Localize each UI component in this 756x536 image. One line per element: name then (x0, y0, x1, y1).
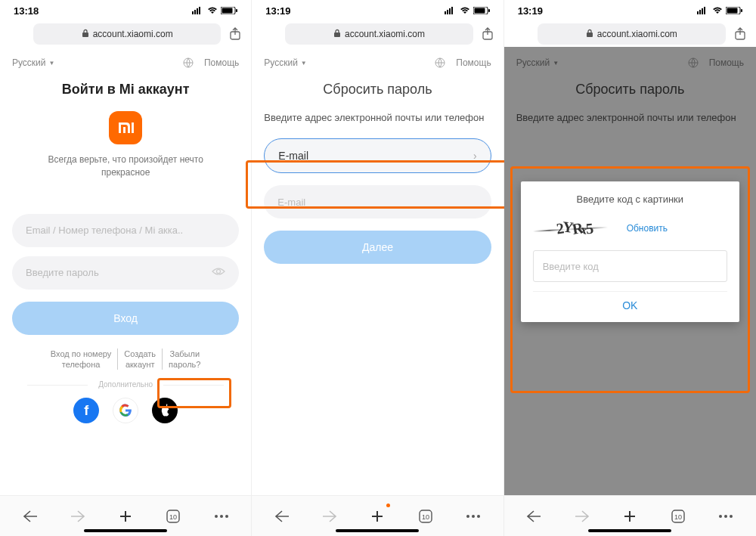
url-text: account.xiaomi.com (345, 29, 425, 39)
create-account-link[interactable]: Создатьаккаунт (118, 349, 163, 370)
menu-button[interactable] (711, 502, 740, 531)
svg-point-15 (225, 515, 228, 518)
lock-icon (333, 29, 341, 40)
google-icon[interactable] (113, 398, 138, 423)
battery-icon (726, 5, 742, 17)
mi-logo (109, 111, 142, 144)
login-input[interactable]: Email / Номер телефона / Mi акка.. (12, 214, 239, 247)
wifi-icon (460, 5, 470, 17)
lock-icon (82, 29, 89, 40)
address-bar: AA account.xiaomi.com (252, 21, 503, 47)
method-selector[interactable]: E-mail › (264, 138, 491, 173)
svg-point-45 (730, 515, 733, 518)
screen-captcha: 13:19 AA account.xiaomi.com Русский ▼ (504, 0, 756, 536)
globe-icon[interactable] (183, 57, 194, 68)
status-icons (697, 5, 742, 17)
url-field[interactable]: account.xiaomi.com (33, 23, 221, 45)
svg-point-10 (217, 270, 221, 274)
svg-rect-21 (474, 8, 485, 13)
svg-rect-33 (702, 8, 703, 14)
address-bar: AA account.xiaomi.com (0, 21, 251, 47)
method-label: E-mail (278, 150, 308, 162)
svg-rect-31 (697, 11, 699, 14)
language-selector[interactable]: Русский ▼ (12, 57, 54, 68)
language-label: Русский (264, 57, 298, 68)
login-button[interactable]: Вход (12, 302, 239, 335)
status-bar: 13:19 (504, 0, 756, 21)
share-button[interactable] (479, 26, 496, 42)
email-input[interactable]: E-mail (264, 185, 491, 218)
share-button[interactable] (227, 26, 243, 42)
content-area: Русский ▼ Помощь Войти в Mi аккаунт Всег… (0, 47, 251, 495)
menu-button[interactable] (207, 502, 236, 531)
email-placeholder: E-mail (277, 197, 305, 208)
svg-text:10: 10 (169, 513, 177, 521)
language-selector[interactable]: Русский ▼ (264, 57, 306, 68)
svg-rect-34 (704, 7, 705, 14)
back-button[interactable] (519, 502, 548, 531)
help-link[interactable]: Помощь (456, 57, 491, 68)
login-placeholder: Email / Номер телефона / Mi акка.. (26, 225, 183, 236)
url-field[interactable]: account.xiaomi.com (285, 23, 472, 45)
svg-rect-23 (334, 33, 340, 37)
home-indicator (336, 529, 419, 532)
svg-rect-37 (741, 9, 742, 12)
signal-icon (445, 5, 457, 17)
new-tab-button[interactable] (111, 502, 140, 531)
phone-login-link[interactable]: Вход по номерутелефона (45, 349, 118, 370)
facebook-icon[interactable]: f (73, 398, 99, 423)
screen-reset: 13:19 AA account.xiaomi.com Русский ▼ (252, 0, 503, 536)
back-button[interactable] (16, 502, 45, 531)
new-tab-button[interactable] (363, 502, 392, 531)
svg-point-43 (719, 515, 722, 518)
content-area: Русский ▼ Помощь Сбросить пароль Введите… (252, 47, 503, 495)
svg-rect-32 (699, 10, 701, 14)
captcha-modal: Введите код с картинки 2 Y R x 5 Обновит… (521, 181, 739, 322)
address-bar: AA account.xiaomi.com (504, 21, 756, 47)
status-bar: 13:18 (0, 0, 251, 21)
forward-button[interactable] (568, 502, 596, 531)
svg-point-28 (466, 515, 469, 518)
tabs-button[interactable]: 10 (411, 502, 440, 531)
back-button[interactable] (268, 502, 296, 531)
social-row: f (12, 398, 239, 423)
svg-rect-5 (222, 8, 233, 13)
svg-point-29 (472, 515, 475, 518)
slogan: Всегда верьте, что произойдет нечто прек… (12, 153, 239, 179)
url-field[interactable]: account.xiaomi.com (538, 23, 726, 45)
next-button[interactable]: Далее (264, 231, 491, 264)
ok-button[interactable]: OK (533, 291, 727, 314)
tabs-button[interactable]: 10 (664, 502, 692, 531)
apple-icon[interactable] (152, 398, 178, 423)
status-time: 13:18 (14, 5, 39, 17)
chevron-down-icon: ▼ (49, 60, 55, 67)
tabs-button[interactable]: 10 (159, 502, 187, 531)
battery-icon (221, 5, 237, 17)
svg-text:10: 10 (422, 513, 429, 521)
subtitle: Введите адрес электронной почты или теле… (264, 111, 491, 125)
new-tab-button[interactable] (615, 502, 644, 531)
svg-rect-38 (587, 33, 593, 37)
eye-icon[interactable] (212, 267, 225, 278)
svg-point-14 (220, 515, 223, 518)
password-input[interactable]: Введите пароль (12, 256, 239, 290)
captcha-image: 2 Y R x 5 (533, 215, 616, 241)
refresh-captcha-link[interactable]: Обновить (627, 223, 668, 234)
signal-icon (697, 5, 709, 17)
chevron-down-icon: ▼ (301, 60, 307, 67)
language-label: Русский (12, 57, 46, 68)
forward-button[interactable] (315, 502, 344, 531)
svg-rect-0 (192, 11, 194, 14)
help-link[interactable]: Помощь (204, 57, 239, 68)
url-text: account.xiaomi.com (597, 29, 677, 39)
forward-button[interactable] (64, 502, 92, 531)
share-button[interactable] (732, 26, 748, 42)
globe-icon[interactable] (435, 57, 445, 68)
status-bar: 13:19 (252, 0, 503, 21)
forgot-password-link[interactable]: Забылипароль? (163, 349, 206, 370)
page-title: Войти в Mi аккаунт (12, 82, 239, 98)
svg-rect-3 (199, 7, 200, 14)
signal-icon (192, 5, 204, 17)
menu-button[interactable] (459, 502, 488, 531)
captcha-input[interactable]: Введите код (533, 250, 727, 282)
